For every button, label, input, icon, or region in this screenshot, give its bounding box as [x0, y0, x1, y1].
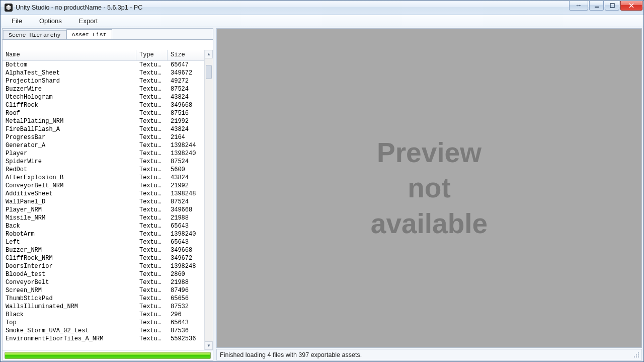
titlebar[interactable]: Unity Studio - no productName - 5.6.3p1 … — [1, 1, 643, 15]
cell-name: EnvironmentFloorTiles_A_NRM — [3, 335, 136, 342]
cell-size: 5592536 — [168, 335, 204, 342]
scroll-up-arrow[interactable]: ▲ — [205, 50, 213, 58]
cell-type: Texture2D — [136, 223, 168, 230]
cell-name: AlphaTest_Sheet — [3, 69, 136, 77]
cell-size: 349672 — [168, 69, 204, 77]
table-row[interactable]: TopTexture2D65643 — [3, 319, 204, 327]
table-row[interactable]: BlackTexture2D296 — [3, 311, 204, 319]
table-row[interactable]: CliffRockTexture2D349668 — [3, 101, 204, 109]
cell-size: 43824 — [168, 94, 204, 101]
right-panel: Preview not available Finished loading 4… — [216, 28, 642, 360]
cell-name: Back — [3, 223, 136, 230]
table-row[interactable]: ProjectionShardTexture2D49272 — [3, 77, 204, 85]
table-row[interactable]: BuzzerWireTexture2D87524 — [3, 85, 204, 93]
table-row[interactable]: UtechHologramTexture2D43824 — [3, 93, 204, 101]
table-row[interactable]: AfterExplosion_BTexture2D43824 — [3, 174, 204, 182]
cell-name: AdditiveSheet — [3, 190, 136, 197]
cell-size: 65643 — [168, 239, 204, 246]
cell-name: ProgressBar — [3, 134, 136, 141]
maximize-button[interactable] — [605, 1, 619, 11]
table-row[interactable]: DoorsInteriorTexture2D1398248 — [3, 262, 204, 270]
cell-name: UtechHologram — [3, 94, 136, 101]
table-row[interactable]: MetalPlating_NRMTexture2D21992 — [3, 117, 204, 125]
cell-name: ConveyorBelt_NRM — [3, 182, 136, 189]
column-type[interactable]: Type — [136, 50, 168, 60]
cell-size: 2860 — [168, 271, 204, 278]
progress-wrap — [3, 350, 213, 360]
table-row[interactable]: RedDotTexture2D5600 — [3, 166, 204, 174]
column-size[interactable]: Size — [168, 50, 204, 60]
table-row[interactable]: BackTexture2D65643 — [3, 222, 204, 230]
cell-type: Texture2D — [136, 102, 168, 109]
cell-name: WallsIlluminated_NRM — [3, 303, 136, 310]
table-row[interactable]: PlayerTexture2D1398240 — [3, 150, 204, 158]
scroll-down-arrow[interactable]: ▼ — [205, 341, 213, 350]
cell-name: Smoke_Storm_UVA_02_test — [3, 327, 136, 334]
cell-name: CliffRock — [3, 102, 136, 109]
close-button[interactable] — [620, 1, 642, 11]
table-row[interactable]: FireBallFlash_ATexture2D43824 — [3, 125, 204, 133]
table-row[interactable]: AlphaTest_SheetTexture2D349672 — [3, 69, 204, 77]
cell-name: ConveyorBelt — [3, 279, 136, 286]
tab-asset-list[interactable]: Asset List — [66, 29, 112, 39]
scroll-thumb[interactable] — [206, 65, 212, 79]
table-row[interactable]: RoofTexture2D87516 — [3, 109, 204, 117]
table-row[interactable]: ProgressBarTexture2D2164 — [3, 133, 204, 141]
cell-name: Player — [3, 150, 136, 157]
table-row[interactable]: ConveyorBeltTexture2D21988 — [3, 278, 204, 286]
online-help-button[interactable] — [569, 1, 588, 11]
left-panel: Scene Hierarchy Asset List Name Type Siz… — [2, 28, 213, 360]
cell-type: Texture2D — [136, 134, 168, 141]
asset-table-scroll[interactable]: Name Type Size BottomTexture2D65647Alpha… — [3, 50, 204, 350]
cell-name: ProjectionShard — [3, 78, 136, 85]
cell-name: Roof — [3, 110, 136, 117]
cell-type: Texture2D — [136, 335, 168, 342]
cell-type: Texture2D — [136, 94, 168, 101]
cell-type: Texture2D — [136, 118, 168, 125]
table-row[interactable]: BloodA_testTexture2D2860 — [3, 270, 204, 278]
cell-name: Bottom — [3, 61, 136, 68]
cell-type: Texture2D — [136, 190, 168, 197]
table-row[interactable]: BottomTexture2D65647 — [3, 61, 204, 69]
cell-name: WallPanel_D — [3, 198, 136, 205]
table-row[interactable]: ThumbStickPadTexture2D65656 — [3, 295, 204, 303]
cell-name: AfterExplosion_B — [3, 174, 136, 181]
table-row[interactable]: CliffRock_NRMTexture2D349672 — [3, 254, 204, 262]
table-row[interactable]: Smoke_Storm_UVA_02_testTexture2D87536 — [3, 327, 204, 335]
table-row[interactable]: Generator_ATexture2D1398244 — [3, 141, 204, 150]
progress-bar — [5, 352, 211, 359]
table-row[interactable]: RobotArmTexture2D1398240 — [3, 230, 204, 238]
table-row[interactable]: WallPanel_DTexture2D87524 — [3, 198, 204, 206]
svg-rect-3 — [610, 4, 614, 8]
cell-type: Texture2D — [136, 142, 168, 149]
resize-grip[interactable] — [633, 352, 640, 359]
table-row[interactable]: EnvironmentFloorTiles_A_NRMTexture2D5592… — [3, 335, 204, 343]
cell-type: Texture2D — [136, 150, 168, 157]
filter-row — [3, 40, 213, 50]
tab-scene-hierarchy[interactable]: Scene Hierarchy — [3, 30, 66, 39]
table-row[interactable]: Buzzer_NRMTexture2D349668 — [3, 246, 204, 254]
table-row[interactable]: LeftTexture2D65643 — [3, 238, 204, 246]
table-row[interactable]: Missile_NRMTexture2D21988 — [3, 214, 204, 222]
cell-size: 1398248 — [168, 263, 204, 270]
table-row[interactable]: Screen_NRMTexture2D87496 — [3, 286, 204, 295]
table-row[interactable]: ConveyorBelt_NRMTexture2D21992 — [3, 182, 204, 190]
filter-input[interactable] — [3, 40, 213, 50]
menu-options[interactable]: Options — [35, 16, 66, 26]
vertical-scrollbar[interactable]: ▲ ▼ — [204, 50, 213, 350]
cell-size: 65656 — [168, 295, 204, 302]
cell-size: 349668 — [168, 206, 204, 213]
menu-export[interactable]: Export — [75, 16, 102, 26]
cell-size: 87524 — [168, 86, 204, 93]
table-row[interactable]: WallsIlluminated_NRMTexture2D87532 — [3, 303, 204, 311]
table-row[interactable]: AdditiveSheetTexture2D1398248 — [3, 190, 204, 198]
app-window: Unity Studio - no productName - 5.6.3p1 … — [0, 0, 644, 362]
table-row[interactable]: Player_NRMTexture2D349668 — [3, 206, 204, 214]
cell-size: 87536 — [168, 327, 204, 334]
minimize-button[interactable] — [589, 1, 604, 11]
column-name[interactable]: Name — [3, 50, 136, 60]
cell-type: Texture2D — [136, 126, 168, 133]
cell-type: Texture2D — [136, 271, 168, 278]
table-row[interactable]: SpiderWireTexture2D87524 — [3, 158, 204, 166]
menu-file[interactable]: File — [8, 16, 26, 26]
